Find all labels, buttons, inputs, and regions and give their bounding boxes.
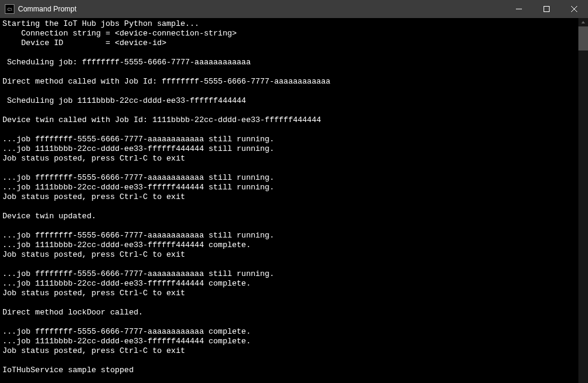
maximize-button[interactable] xyxy=(533,0,560,18)
close-button[interactable] xyxy=(560,0,588,18)
chevron-up-icon xyxy=(581,20,586,25)
minimize-icon xyxy=(516,6,522,12)
window-title: Command Prompt xyxy=(18,5,505,13)
svg-rect-1 xyxy=(544,7,550,12)
cmd-icon: C:\ xyxy=(5,4,14,14)
window-controls xyxy=(505,0,588,18)
maximize-icon xyxy=(544,6,550,12)
scrollbar-thumb[interactable] xyxy=(578,26,588,51)
terminal-output[interactable]: Starting the IoT Hub jobs Python sample.… xyxy=(0,18,578,383)
close-icon xyxy=(571,6,577,12)
window-titlebar: C:\ Command Prompt xyxy=(0,0,588,18)
scrollbar-up-button[interactable] xyxy=(578,18,588,26)
minimize-button[interactable] xyxy=(505,0,533,18)
scrollbar-track[interactable] xyxy=(578,18,588,383)
